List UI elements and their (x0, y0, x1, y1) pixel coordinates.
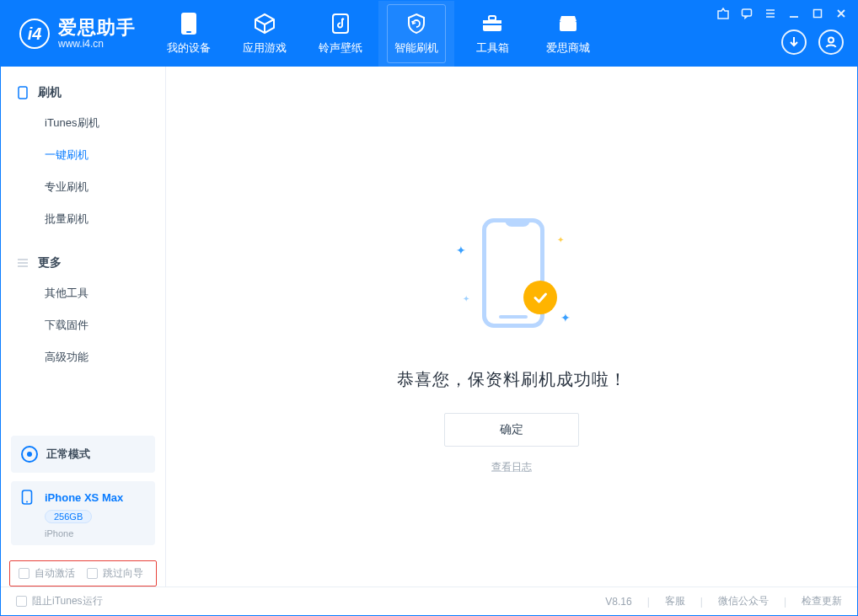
header-right-icons (781, 29, 844, 55)
device-capacity-badge: 256GB (45, 510, 92, 523)
cube-icon (253, 12, 276, 35)
checkbox-block-itunes[interactable]: 阻止iTunes运行 (16, 594, 103, 608)
view-log-link[interactable]: 查看日志 (491, 460, 532, 474)
logo-text: 爱思助手 www.i4.cn (58, 18, 136, 49)
nav-label: 应用游戏 (243, 40, 287, 56)
checkbox-label: 自动激活 (35, 566, 75, 581)
shield-refresh-icon (405, 12, 428, 35)
group-title: 更多 (38, 255, 62, 271)
checkmark-badge-icon (523, 281, 557, 314)
user-button[interactable] (818, 29, 844, 55)
header: i4 爱思助手 www.i4.cn 我的设备 应用游戏 铃声壁纸 智能刷机 (1, 1, 857, 67)
nav-label: 我的设备 (167, 40, 211, 56)
nav-label: 铃声壁纸 (319, 40, 362, 56)
svg-rect-6 (483, 24, 501, 25)
checkbox-auto-activate[interactable]: 自动激活 (19, 566, 75, 581)
phone-outline-icon (16, 86, 29, 99)
footer: 阻止iTunes运行 V8.16 | 客服 | 微信公众号 | 检查更新 (1, 587, 857, 615)
app-title: 爱思助手 (58, 18, 136, 38)
store-icon (556, 12, 580, 35)
nav-label: 智能刷机 (394, 40, 438, 56)
body: 刷机 iTunes刷机 一键刷机 专业刷机 批量刷机 更多 其他工具 下载固件 … (1, 67, 857, 587)
sidebar-item-advanced[interactable]: 高级功能 (1, 341, 165, 373)
device-type: iPhone (45, 528, 145, 538)
theme-icon[interactable] (716, 6, 731, 21)
svg-rect-5 (489, 16, 496, 20)
checkbox-label: 跳过向导 (103, 566, 143, 581)
sidebar-scroll: 刷机 iTunes刷机 一键刷机 专业刷机 批量刷机 更多 其他工具 下载固件 … (1, 67, 165, 436)
minimize-button[interactable] (786, 6, 802, 21)
success-text: 恭喜您，保资料刷机成功啦！ (397, 368, 627, 391)
sidebar-item-download-firmware[interactable]: 下载固件 (1, 309, 165, 341)
checkbox-box-icon (19, 568, 29, 579)
sparkle-icon: ✦ (557, 235, 564, 244)
footer-link-check-update[interactable]: 检查更新 (802, 594, 842, 608)
nav-label: 工具箱 (476, 40, 509, 56)
nav-label: 爱思商城 (546, 40, 590, 56)
version-label: V8.16 (605, 596, 631, 608)
mode-card[interactable]: 正常模式 (11, 436, 155, 473)
sparkle-icon: ✦ (456, 244, 466, 257)
nav-apps-games[interactable]: 应用游戏 (227, 1, 303, 67)
device-phone-icon (21, 490, 36, 505)
sidebar-item-other-tools[interactable]: 其他工具 (1, 277, 165, 309)
sidebar: 刷机 iTunes刷机 一键刷机 专业刷机 批量刷机 更多 其他工具 下载固件 … (1, 67, 166, 587)
options-highlight-box: 自动激活 跳过向导 (9, 560, 157, 587)
logo-icon: i4 (19, 19, 50, 49)
maximize-button[interactable] (810, 6, 825, 21)
sparkle-icon: ✦ (560, 311, 571, 324)
sidebar-item-itunes-flash[interactable]: iTunes刷机 (1, 107, 165, 139)
nav-smart-flash[interactable]: 智能刷机 (378, 1, 454, 67)
feedback-icon[interactable] (739, 6, 754, 21)
checkbox-box-icon (16, 596, 27, 607)
checkbox-box-icon (87, 568, 98, 579)
footer-link-support[interactable]: 客服 (665, 594, 685, 608)
download-button[interactable] (781, 29, 807, 55)
nav-store[interactable]: 爱思商城 (530, 1, 606, 67)
mode-label: 正常模式 (46, 447, 90, 462)
sidebar-group-more: 更多 (1, 249, 165, 277)
sidebar-item-pro-flash[interactable]: 专业刷机 (1, 171, 165, 203)
success-illustration: ✦ ✦ ✦ ✦ (444, 210, 579, 353)
svg-rect-2 (333, 14, 348, 33)
sidebar-bottom: 正常模式 iPhone XS Max 256GB iPhone (1, 436, 165, 554)
logo: i4 爱思助手 www.i4.cn (1, 18, 151, 49)
sidebar-item-oneclick-flash[interactable]: 一键刷机 (1, 139, 165, 171)
titlebar-controls (716, 6, 849, 21)
footer-link-wechat[interactable]: 微信公众号 (718, 594, 769, 608)
app-subtitle: www.i4.cn (58, 39, 136, 50)
list-icon (16, 256, 29, 270)
group-title: 刷机 (38, 85, 62, 100)
nav-ringtones-wallpapers[interactable]: 铃声壁纸 (303, 1, 378, 67)
app-window: i4 爱思助手 www.i4.cn 我的设备 应用游戏 铃声壁纸 智能刷机 (0, 0, 858, 616)
main-content: ✦ ✦ ✦ ✦ 恭喜您，保资料刷机成功啦！ 确定 查看日志 (166, 67, 857, 587)
device-name: iPhone XS Max (45, 491, 123, 504)
sidebar-item-batch-flash[interactable]: 批量刷机 (1, 203, 165, 235)
mode-icon (21, 446, 38, 463)
result-panel: ✦ ✦ ✦ ✦ 恭喜您，保资料刷机成功啦！ 确定 查看日志 (166, 210, 857, 474)
sidebar-group-flash: 刷机 (1, 78, 165, 107)
svg-point-10 (829, 38, 834, 43)
svg-point-13 (26, 501, 28, 503)
svg-rect-7 (560, 21, 576, 31)
svg-rect-1 (186, 31, 191, 33)
ok-button[interactable]: 确定 (444, 413, 579, 447)
checkbox-label: 阻止iTunes运行 (32, 594, 103, 608)
svg-rect-9 (814, 10, 822, 18)
menu-icon[interactable] (763, 6, 778, 21)
device-card[interactable]: iPhone XS Max 256GB iPhone (11, 481, 155, 545)
nav-my-device[interactable]: 我的设备 (151, 1, 227, 67)
nav-toolbox[interactable]: 工具箱 (454, 1, 530, 67)
device-icon (177, 12, 201, 35)
checkbox-skip-guide[interactable]: 跳过向导 (87, 566, 143, 581)
svg-rect-11 (19, 87, 27, 99)
close-button[interactable] (834, 6, 849, 21)
music-file-icon (329, 12, 352, 35)
main-nav: 我的设备 应用游戏 铃声壁纸 智能刷机 工具箱 爱思商城 (151, 1, 606, 67)
toolbox-icon (480, 12, 504, 35)
svg-rect-8 (743, 9, 752, 16)
sparkle-icon: ✦ (463, 294, 469, 303)
